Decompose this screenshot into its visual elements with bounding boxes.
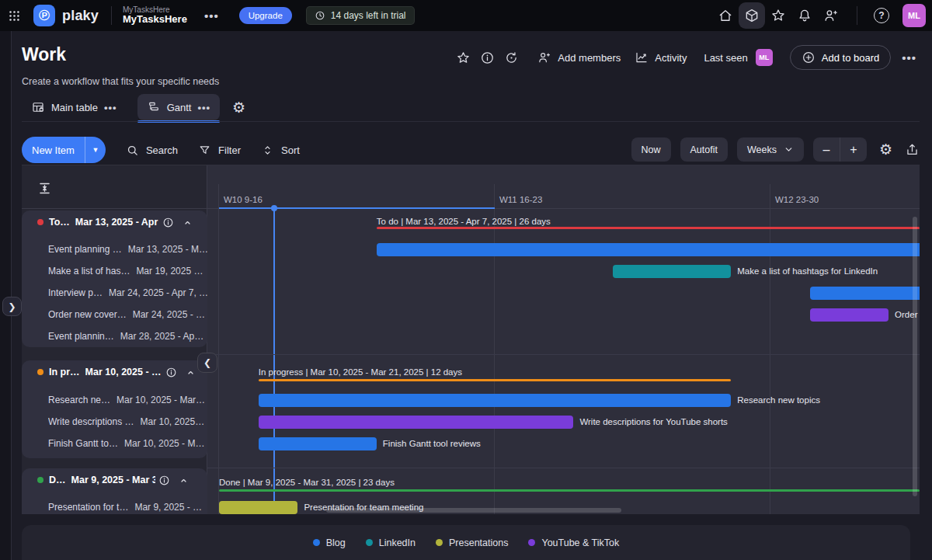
gantt-bar[interactable]: [810, 308, 889, 322]
help-button[interactable]: ?: [868, 2, 895, 29]
vertical-scrollbar[interactable]: [913, 217, 917, 496]
gantt-bar[interactable]: [377, 243, 920, 256]
gantt-bar[interactable]: [259, 437, 377, 450]
task-dates: Mar 28, 2025 - Ap…: [120, 331, 203, 342]
group-collapse-chevron-icon[interactable]: [185, 367, 196, 378]
boards-button[interactable]: [739, 2, 765, 29]
trial-text: 14 days left in trial: [331, 10, 406, 21]
upgrade-button[interactable]: Upgrade: [239, 7, 292, 24]
group-collapse-chevron-icon[interactable]: [182, 217, 193, 228]
legend-dot: [313, 539, 320, 546]
task-row[interactable]: Write descriptions …Mar 10, 2025…: [22, 411, 207, 433]
gantt-chart: W10 9-16W11 16-23W12 23-30To do | Mar 13…: [207, 165, 920, 514]
favorite-board-button[interactable]: [451, 46, 475, 70]
task-row[interactable]: Interview p…Mar 24, 2025 - Apr 7, …: [22, 282, 207, 304]
group-info-icon[interactable]: [162, 217, 174, 228]
group-info-icon[interactable]: [158, 475, 170, 486]
page-title: Work: [22, 44, 66, 65]
gantt-panel: To…Mar 13, 2025 - Apr …Event planning …M…: [22, 165, 920, 514]
workspace-switcher[interactable]: MyTasksHere MyTasksHere: [123, 5, 187, 26]
sync-button[interactable]: [499, 46, 523, 70]
add-to-board-button[interactable]: Add to board: [790, 45, 891, 70]
zoom-controls: – +: [813, 137, 867, 162]
task-row[interactable]: Order new cover…Mar 24, 2025 - …: [22, 304, 207, 325]
export-icon: [905, 142, 920, 157]
apps-grid-icon[interactable]: [8, 9, 21, 23]
tab-main-table[interactable]: Main table •••: [22, 94, 127, 120]
timescale-dropdown[interactable]: Weeks: [737, 137, 804, 162]
user-avatar[interactable]: ML: [902, 4, 926, 27]
favorites-button[interactable]: [765, 2, 791, 29]
invite-button[interactable]: [818, 2, 844, 29]
group-collapse-chevron-icon[interactable]: [178, 475, 190, 486]
clock-icon: [315, 10, 325, 21]
activity-button[interactable]: Activity: [635, 50, 687, 64]
workspace-menu-icon[interactable]: •••: [204, 9, 219, 23]
plaky-logo[interactable]: ℗: [33, 5, 55, 26]
group-info-icon[interactable]: [165, 367, 177, 378]
search-label: Search: [146, 144, 178, 156]
notifications-button[interactable]: [791, 2, 818, 29]
gantt-bar[interactable]: [613, 265, 731, 278]
add-members-button[interactable]: Add members: [537, 50, 621, 64]
now-button[interactable]: Now: [631, 137, 671, 162]
home-button[interactable]: [712, 2, 739, 29]
task-name: Finish Gantt to…: [48, 438, 118, 449]
week-header-label: W12 23-30: [775, 195, 819, 204]
activity-chart-icon: [635, 50, 649, 64]
task-row[interactable]: Finish Gantt to…Mar 10, 2025 - M…: [22, 433, 207, 454]
group-summary-label: To do | Mar 13, 2025 - Apr 7, 2025 | 26 …: [377, 217, 551, 226]
group-separator: [207, 468, 920, 468]
tab-gantt[interactable]: Gantt •••: [137, 94, 220, 120]
legend-item: LinkedIn: [366, 537, 416, 548]
gantt-bar[interactable]: [219, 501, 297, 514]
expand-sidebar-button[interactable]: ❯: [2, 297, 22, 316]
gantt-bar[interactable]: [259, 416, 574, 429]
autofit-button[interactable]: Autofit: [680, 137, 728, 162]
gantt-bar[interactable]: [810, 287, 920, 300]
tab-menu-icon[interactable]: •••: [197, 102, 210, 113]
gantt-settings-gear-icon[interactable]: ⚙: [879, 141, 892, 158]
sort-button[interactable]: Sort: [261, 144, 300, 157]
task-dates: Mar 9, 2025 - …: [134, 502, 202, 513]
group-header[interactable]: In pr…Mar 10, 2025 - …: [22, 360, 207, 384]
task-name: Order new cover…: [48, 309, 127, 320]
export-button[interactable]: [905, 142, 920, 157]
last-seen-avatar[interactable]: ML: [756, 49, 773, 66]
new-item-label: New Item: [22, 144, 85, 156]
legend-item: Presentations: [436, 537, 508, 548]
search-button[interactable]: Search: [126, 144, 178, 157]
legend-dot: [366, 539, 373, 546]
divider: [857, 6, 857, 25]
help-icon: ?: [874, 8, 889, 23]
new-item-caret-icon[interactable]: ▼: [85, 146, 106, 154]
view-tabs: Main table ••• Gantt ••• ⚙: [22, 94, 245, 120]
legend-label: YouTube & TikTok: [541, 537, 619, 548]
last-seen-label: Last seen: [704, 52, 747, 64]
task-row[interactable]: Event planning …Mar 13, 2025 - M…: [22, 238, 207, 260]
horizontal-scrollbar[interactable]: [326, 508, 621, 513]
group-name: In pr…: [49, 367, 80, 377]
gantt-bar[interactable]: [259, 394, 732, 407]
task-row[interactable]: Presentation for t…Mar 9, 2025 - …: [22, 496, 207, 514]
task-row[interactable]: Research ne…Mar 10, 2025 - Mar…: [22, 389, 207, 411]
zoom-in-button[interactable]: +: [840, 137, 867, 162]
task-name: Interview p…: [48, 287, 103, 298]
legend-label: Presentations: [449, 537, 508, 548]
week-gridline: [218, 184, 219, 514]
task-row[interactable]: Make a list of has…Mar 19, 2025 …: [22, 260, 207, 282]
filter-button[interactable]: Filter: [198, 144, 241, 157]
task-row[interactable]: Event plannin…Mar 28, 2025 - Ap…: [22, 325, 207, 347]
group-header[interactable]: D…Mar 9, 2025 - Mar 3…: [22, 468, 207, 492]
board-menu-icon[interactable]: •••: [902, 51, 916, 64]
tab-menu-icon[interactable]: •••: [104, 102, 117, 113]
workspace-name: MyTasksHere: [123, 14, 187, 26]
new-item-button[interactable]: New Item ▼: [22, 137, 106, 163]
zoom-out-button[interactable]: –: [813, 137, 840, 162]
board-info-button[interactable]: [475, 46, 499, 70]
divider: [22, 121, 920, 122]
views-settings-gear-icon[interactable]: ⚙: [232, 99, 245, 117]
collapse-all-groups-icon[interactable]: [37, 181, 52, 196]
group-header[interactable]: To…Mar 13, 2025 - Apr …: [22, 210, 207, 234]
collapse-task-list-button[interactable]: ❮: [197, 353, 217, 373]
